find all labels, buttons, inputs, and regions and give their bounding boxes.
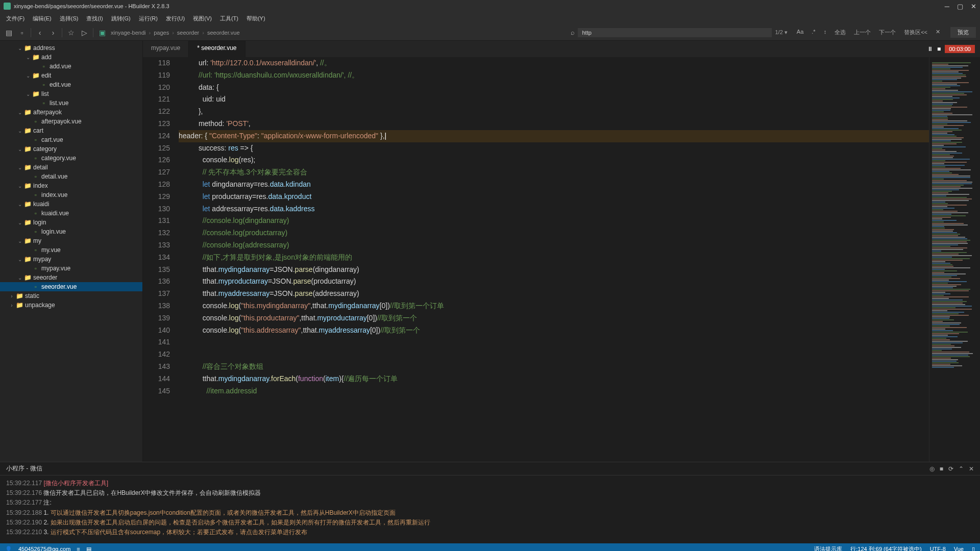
menu-item[interactable]: 运行(R) [135,13,161,24]
rec-pause-icon[interactable]: ⏸ [927,45,933,53]
tree-folder[interactable]: ⌄📁login [0,218,142,227]
preview-button[interactable]: 预览 [950,27,976,38]
folder-icon: 📁 [15,292,23,299]
minimap[interactable] [929,57,980,462]
search-input[interactable] [578,28,772,37]
search-tool[interactable]: .* [810,28,817,37]
tree-folder[interactable]: ›📁static [0,291,142,300]
folder-icon: 📁 [32,90,40,97]
panel-close-icon[interactable]: ✕ [969,465,974,472]
minimize-button[interactable]: ─ [945,3,949,10]
tree-folder[interactable]: ⌄📁index [0,181,142,190]
maximize-button[interactable]: ▢ [957,3,963,10]
breadcrumb-item[interactable]: xinyage-bendi [111,30,146,36]
back-icon[interactable]: ‹ [35,28,44,37]
vue-file-icon: ▫ [32,191,40,198]
menu-item[interactable]: 编辑(E) [29,13,55,24]
explorer-icon[interactable]: ▤ [4,28,13,37]
search-tool[interactable]: 上一个 [852,28,873,37]
code-editor[interactable]: 1181191201211221231241251261271281291301… [143,57,980,462]
tree-folder[interactable]: ⌄📁edit [0,71,142,80]
notification-icon[interactable]: ▯ [972,546,975,552]
folder-icon: 📁 [23,182,32,189]
search-tool[interactable]: 全选 [832,28,848,37]
tree-folder[interactable]: ⌄📁address [0,43,142,53]
breadcrumb-item[interactable]: seeorder [177,30,199,36]
search-tool[interactable]: Aa [795,28,805,37]
tree-file[interactable]: ▫mypay.vue [0,264,142,273]
star-icon[interactable]: ☆ [66,28,76,37]
tree-file[interactable]: ▫cart.vue [0,135,142,144]
tree-folder[interactable]: ⌄📁list [0,89,142,98]
menu-item[interactable]: 查找(I) [83,13,106,24]
panel-stop-icon[interactable]: ■ [940,465,943,472]
folder-icon: 📁 [23,201,32,208]
tree-file[interactable]: ▫afterpayok.vue [0,117,142,126]
tree-folder[interactable]: ⌄📁seeorder [0,273,142,282]
editor-tabs: mypay.vue* seeorder.vue ⏸ ■ 00:03:00 [143,41,980,57]
tree-file[interactable]: ▫index.vue [0,190,142,199]
breadcrumb-item[interactable]: pages [154,30,169,36]
tree-file[interactable]: ▫edit.vue [0,80,142,89]
tree-file[interactable]: ▫list.vue [0,98,142,108]
vue-file-icon: ▫ [32,228,40,235]
search-count: 1/2 ▾ [775,29,787,36]
menu-item[interactable]: 选择(S) [56,13,82,24]
vue-file-icon: ▫ [32,283,40,290]
menu-item[interactable]: 帮助(Y) [243,13,269,24]
tree-folder[interactable]: ›📁unpackage [0,300,142,310]
panel-title: 小程序 - 微信 [6,464,42,473]
editor-tab[interactable]: mypay.vue [143,41,189,57]
toolbar: ▤ ▫ ‹ › ☆ ▷ ▣ xinyage-bendi›pages›seeord… [0,24,980,41]
rec-time: 00:03:00 [945,45,975,53]
menu-item[interactable]: 跳转(G) [108,13,134,24]
tree-file[interactable]: ▫kuaidi.vue [0,209,142,218]
window-title: xinyage-bendi/pages/seeorder/seeorder.vu… [14,3,169,9]
tree-file[interactable]: ▫seeorder.vue [0,282,142,291]
console-line: 15:39:22.190 2. 如果出现微信开发者工具启动后白屏的问题，检查是否… [6,518,974,528]
indent-icon[interactable]: ≡ [77,546,80,551]
search-tool[interactable]: ✕ [934,28,942,37]
tree-folder[interactable]: ⌄📁afterpayok [0,108,142,117]
folder-icon: 📁 [23,145,32,153]
save-icon[interactable]: ▫ [17,28,27,37]
run-icon[interactable]: ▷ [80,28,89,37]
terminal-icon[interactable]: ▤ [86,546,91,552]
search-tool[interactable]: ↕ [822,28,829,37]
file-tree[interactable]: ⌄📁address⌄📁add▫add.vue⌄📁edit▫edit.vue⌄📁l… [0,41,143,462]
tree-file[interactable]: ▫detail.vue [0,172,142,181]
tree-file[interactable]: ▫login.vue [0,227,142,236]
menu-item[interactable]: 工具(T) [216,13,242,24]
tree-file[interactable]: ▫category.vue [0,154,142,163]
editor-tab[interactable]: * seeorder.vue [189,41,245,57]
tree-folder[interactable]: ⌄📁my [0,236,142,245]
folder-icon: 📁 [23,237,32,244]
menu-item[interactable]: 文件(F) [3,13,28,24]
search-tool[interactable]: 替换区<< [902,28,929,37]
rec-stop-icon[interactable]: ■ [937,45,941,53]
forward-icon[interactable]: › [48,28,58,37]
panel-collapse-icon[interactable]: ⌃ [959,465,964,472]
menu-item[interactable]: 发行(U) [162,13,188,24]
tree-folder[interactable]: ⌄📁detail [0,163,142,172]
tree-folder[interactable]: ⌄📁cart [0,126,142,135]
syntax-hint[interactable]: 语法提示库 [814,545,842,552]
tree-folder[interactable]: ⌄📁category [0,144,142,154]
tree-folder[interactable]: ⌄📁kuaidi [0,199,142,209]
language-mode[interactable]: Vue [954,546,964,551]
encoding[interactable]: UTF-8 [930,546,946,551]
search-tool[interactable]: 下一个 [877,28,898,37]
vue-file-icon: ▫ [40,63,48,70]
panel-restart-icon[interactable]: ⟳ [948,465,953,472]
tree-folder[interactable]: ⌄📁mypay [0,255,142,264]
tree-folder[interactable]: ⌄📁add [0,53,142,62]
menubar: 文件(F)编辑(E)选择(S)查找(I)跳转(G)运行(R)发行(U)视图(V)… [0,12,980,24]
project-icon[interactable]: ▣ [97,28,107,37]
breadcrumb-item[interactable]: seeorder.vue [207,30,240,36]
tree-file[interactable]: ▫my.vue [0,245,142,255]
menu-item[interactable]: 视图(V) [189,13,215,24]
panel-locate-icon[interactable]: ◎ [929,465,935,472]
close-button[interactable]: ✕ [971,3,976,10]
tree-file[interactable]: ▫add.vue [0,62,142,71]
vue-file-icon: ▫ [32,118,40,125]
